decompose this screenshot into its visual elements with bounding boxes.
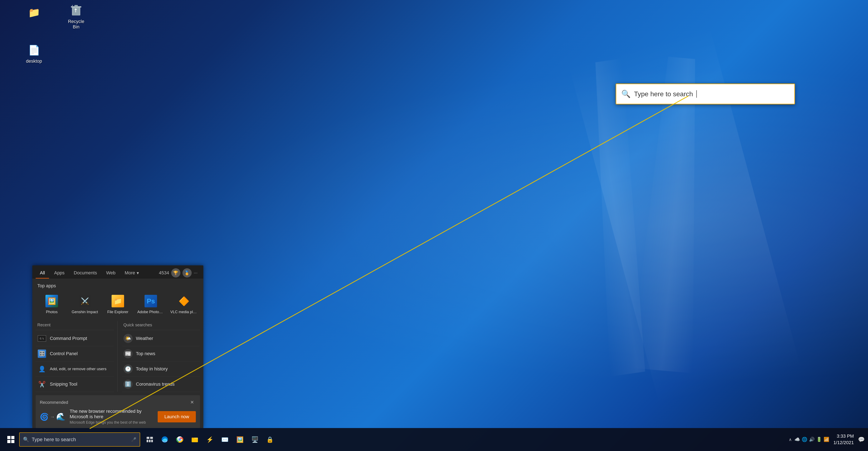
edge-icon	[161, 436, 168, 443]
text-cursor	[696, 90, 697, 98]
recent-item-control-panel[interactable]: 🎛️ Control Panel	[36, 346, 114, 361]
svg-rect-13	[147, 440, 148, 442]
system-clock[interactable]: 3:33 PM 1/12/2021	[832, 432, 856, 447]
svg-rect-15	[151, 440, 153, 442]
taskbar-task-view[interactable]	[143, 432, 157, 447]
recommended-title: Recommended	[40, 400, 68, 405]
svg-rect-11	[147, 437, 149, 439]
launch-now-button[interactable]: Launch now	[158, 411, 196, 422]
recycle-bin-image	[69, 4, 83, 17]
taskbar-edge[interactable]	[158, 432, 172, 447]
svg-rect-7	[7, 436, 10, 439]
snipping-icon: ✂️	[37, 379, 46, 389]
recommended-main-text: The new browser recommended by Microsoft…	[70, 408, 154, 420]
tab-apps[interactable]: Apps	[50, 267, 69, 279]
photos-label: Photos	[46, 310, 58, 314]
taskbar-search-box[interactable]: 🔍 Type here to search 🎤	[19, 432, 140, 447]
chrome-icon	[176, 436, 183, 443]
quick-covid[interactable]: ℹ️ Coronavirus trends	[122, 377, 200, 392]
photoshop-label: Adobe Photoshop...	[137, 310, 164, 314]
svg-rect-14	[149, 440, 151, 442]
recycle-bin-label: Recycle Bin	[66, 19, 86, 30]
news-icon: 📰	[123, 349, 133, 358]
taskbar-remote-desktop[interactable]: 🖥️	[248, 432, 262, 447]
more-options-icon[interactable]: ···	[194, 270, 197, 276]
photoshop-icon: Ps	[144, 294, 157, 308]
taskbar-file-explorer[interactable]	[188, 432, 202, 447]
edge-new-icon: 🌊	[56, 412, 65, 421]
quick-today-history[interactable]: 🕐 Today in history	[122, 361, 200, 377]
desktop-file-image: 📄	[27, 44, 41, 57]
quick-weather[interactable]: 🌤️ Weather	[122, 331, 200, 346]
file-explorer-icon: 📁	[111, 294, 125, 308]
taskbar-chrome[interactable]	[173, 432, 187, 447]
svg-rect-12	[150, 437, 153, 439]
feedback-icon[interactable]: 🏅	[183, 268, 192, 278]
recycle-bin-icon[interactable]: Recycle Bin	[65, 2, 88, 31]
start-button[interactable]	[3, 432, 18, 447]
weather-icon: 🌤️	[123, 334, 133, 343]
recent-header: Recent	[36, 321, 114, 330]
today-history-label: Today in history	[136, 366, 168, 372]
taskbar-search-text: Type here to search	[32, 436, 76, 443]
vlc-label: VLC media player	[170, 310, 197, 314]
action-center-icon[interactable]: 💬	[858, 436, 865, 443]
recommended-bar: Recommended ✕ 🌀 → 🌊 The new browser reco…	[36, 395, 200, 428]
recent-column: Recent C:\ Command Prompt 🎛️ Control Pan…	[36, 321, 114, 392]
cmd-label: Command Prompt	[50, 336, 87, 341]
taskbar-lightshot[interactable]: ⚡	[203, 432, 217, 447]
tray-network-icon[interactable]: 🌐	[802, 437, 807, 442]
more-chevron-icon: ▼	[136, 271, 140, 275]
task-view-icon	[146, 436, 153, 443]
app-tile-vlc[interactable]: 🔶 VLC media player	[168, 291, 200, 317]
tray-battery-icon[interactable]: 🔋	[816, 437, 822, 442]
bing-rewards-icon[interactable]: 🏆	[171, 268, 180, 278]
recommended-close-button[interactable]: ✕	[188, 399, 196, 406]
tab-more[interactable]: More ▼	[121, 267, 144, 279]
search-tabs-bar: All Apps Documents Web More ▼ 4534 🏆 🏅 ·…	[32, 265, 203, 279]
recommended-content: 🌀 → 🌊 The new browser recommended by Mic…	[40, 408, 196, 425]
weather-label: Weather	[136, 336, 153, 341]
genshin-label: Genshin Impact	[72, 310, 98, 314]
svg-rect-23	[192, 439, 198, 442]
tray-time-text: 3:33 PM	[837, 433, 854, 440]
taskbar-apps: ⚡ ✉️ 🖼️ 🖥️ 🔒	[143, 432, 277, 447]
control-panel-label: Control Panel	[50, 351, 78, 357]
taskbar-mic-icon[interactable]: 🎤	[131, 437, 136, 442]
control-panel-icon: 🎛️	[37, 349, 46, 358]
points-badge: 4534 🏆 🏅 ···	[156, 267, 200, 279]
cmd-icon: C:\	[37, 334, 46, 343]
desktop-file-icon[interactable]: 📄 desktop	[23, 42, 45, 65]
tab-web[interactable]: Web	[102, 267, 120, 279]
tray-expand-icon[interactable]: ∧	[789, 437, 792, 442]
quick-top-news[interactable]: 📰 Top news	[122, 346, 200, 361]
edge-old-icon: 🌀	[40, 413, 49, 421]
taskbar-mail[interactable]: ✉️	[218, 432, 232, 447]
app-tile-photoshop[interactable]: Ps Adobe Photoshop...	[135, 291, 167, 317]
app-tile-photos[interactable]: 🖼️ Photos	[36, 291, 68, 317]
start-menu: All Apps Documents Web More ▼ 4534 🏆 🏅 ·…	[32, 265, 203, 428]
tray-date-text: 1/12/2021	[833, 440, 854, 446]
floating-search-box[interactable]: 🔍 Type here to search	[616, 84, 795, 104]
genshin-icon: ⚔️	[78, 294, 92, 308]
taskbar-photos[interactable]: 🖼️	[233, 432, 247, 447]
desktop-small-icon[interactable]: 📁	[23, 4, 45, 23]
snipping-label: Snipping Tool	[50, 382, 78, 387]
recent-item-add-users[interactable]: 👤 Add, edit, or remove other users	[36, 361, 114, 377]
add-users-label: Add, edit, or remove other users	[50, 367, 106, 371]
recent-item-cmd[interactable]: C:\ Command Prompt	[36, 331, 114, 346]
vlc-icon: 🔶	[177, 294, 191, 308]
tray-volume-icon[interactable]: 🔊	[809, 437, 815, 442]
floating-search-icon: 🔍	[621, 90, 631, 98]
svg-point-20	[179, 439, 181, 440]
tray-cloud-icon[interactable]: ☁️	[795, 437, 800, 442]
tray-network2-icon[interactable]: 📶	[824, 437, 829, 442]
taskbar-lock[interactable]: 🔒	[263, 432, 277, 447]
tab-all[interactable]: All	[36, 267, 49, 279]
two-column-section: Recent C:\ Command Prompt 🎛️ Control Pan…	[32, 321, 203, 392]
app-tile-file-explorer[interactable]: 📁 File Explorer	[102, 291, 134, 317]
tab-documents[interactable]: Documents	[70, 267, 101, 279]
recommended-header: Recommended ✕	[40, 399, 196, 406]
app-tile-genshin[interactable]: ⚔️ Genshin Impact	[69, 291, 101, 317]
recent-item-snipping[interactable]: ✂️ Snipping Tool	[36, 377, 114, 392]
